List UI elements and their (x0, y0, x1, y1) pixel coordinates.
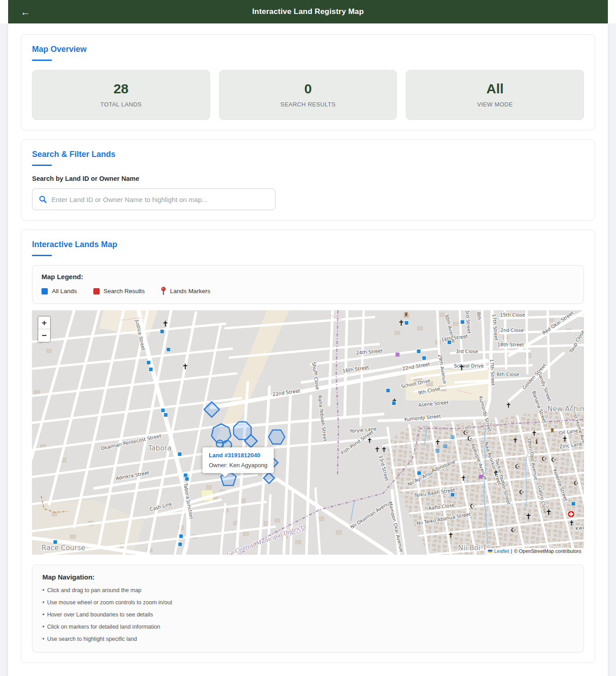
map-navigation-item: •Click and drag to pan around the map (42, 587, 574, 593)
info-icon: ℹ (535, 438, 538, 445)
church-icon: ✝ (458, 363, 464, 372)
land-marker[interactable] (571, 502, 575, 506)
land-marker[interactable] (178, 543, 182, 547)
land-marker[interactable] (451, 493, 455, 497)
land-polygon[interactable] (269, 430, 285, 444)
street-label: 3rd Close (456, 349, 478, 354)
legend-label: All Lands (52, 288, 77, 294)
land-marker[interactable] (405, 321, 409, 325)
church-icon: ✝ (182, 362, 188, 371)
title-underline (32, 60, 52, 61)
map-navigation-list: •Click and drag to pan around the map•Us… (42, 587, 574, 642)
interactive-map-title: Interactive Lands Map (32, 240, 584, 249)
map-pin-icon (161, 287, 166, 295)
street-label: 6th Close (497, 372, 519, 377)
water-icon: ≋ (443, 442, 448, 450)
mosque-icon: ☪ (574, 480, 579, 487)
map-zoom-control: + − (37, 316, 51, 343)
search-results-swatch (93, 288, 100, 294)
land-marker[interactable] (185, 477, 189, 481)
app-header: ← Interactive Land Registry Map (8, 0, 608, 23)
zoom-in-button[interactable]: + (38, 317, 50, 329)
church-icon: ✝ (367, 437, 372, 445)
legend-label: Lands Markers (170, 288, 210, 294)
street-label: 2nd Close (501, 327, 524, 333)
land-marker[interactable] (179, 534, 183, 538)
land-marker[interactable] (149, 368, 153, 372)
search-filter-card: Search & Filter Lands Search by Land ID … (21, 139, 595, 221)
map-navigation-item: •Hover over Land boundaries to see detai… (42, 612, 574, 618)
search-input[interactable] (51, 196, 269, 203)
all-lands-swatch (41, 288, 48, 294)
stat-label: TOTAL LANDS (37, 101, 205, 108)
church-icon: ✝ (512, 437, 518, 445)
church-icon: ✝ (381, 446, 387, 454)
land-marker[interactable] (166, 348, 170, 352)
land-marker[interactable] (422, 356, 426, 360)
land-marker[interactable] (417, 349, 421, 354)
land-marker[interactable] (164, 413, 168, 417)
interactive-lands-map[interactable]: Justice Street22nd Street22nd Street16th… (32, 310, 584, 555)
attribution-separator: | (511, 548, 512, 554)
legend-item-all-lands: All Lands (41, 288, 77, 294)
stat-value: 28 (37, 81, 205, 97)
land-marker[interactable] (161, 409, 165, 413)
ukraine-flag-icon (488, 550, 492, 553)
search-box[interactable] (32, 189, 276, 210)
stat-label: SEARCH RESULTS (224, 101, 392, 108)
content-shell: Map Overview 28 TOTAL LANDS 0 SEARCH RES… (8, 23, 608, 676)
church-icon: ✝ (531, 429, 537, 437)
mosque-icon: ☪ (551, 456, 556, 463)
legend-item-lands-markers: Lands Markers (161, 287, 210, 295)
land-marker[interactable] (417, 471, 421, 475)
map-legend: Map Legend: All Lands Search Results (32, 265, 584, 304)
church-icon: ✝ (506, 401, 511, 409)
land-marker[interactable] (447, 340, 451, 345)
stat-search-results: 0 SEARCH RESULTS (219, 70, 397, 120)
map-attribution: Leaflet | © OpenStreetMap contributors (485, 548, 584, 555)
stat-value: 0 (224, 81, 392, 97)
church-icon: ✝ (562, 435, 568, 443)
stats-row: 28 TOTAL LANDS 0 SEARCH RESULTS All VIEW… (32, 70, 584, 120)
osm-attribution: © OpenStreetMap contributors (514, 548, 581, 554)
land-marker[interactable] (178, 452, 182, 456)
shop-icon: ▦ (478, 474, 483, 479)
church-icon: ✝ (398, 318, 404, 327)
church-icon: ✝ (448, 531, 454, 539)
place-label: New Achim (547, 405, 584, 413)
church-icon: ✝ (162, 319, 168, 328)
stat-view-mode: All VIEW MODE (406, 70, 584, 120)
legend-item-search-results: Search Results (93, 288, 145, 294)
interactive-map-card: Interactive Lands Map Map Legend: All La… (21, 230, 595, 663)
land-marker[interactable] (53, 540, 57, 544)
map-canvas: Justice Street22nd Street22nd Street16th… (32, 310, 584, 555)
map-navigation-title: Map Navigation: (42, 573, 574, 581)
water-icon: ≋ (435, 447, 440, 454)
map-navigation-box: Map Navigation: •Click and drag to pan a… (32, 565, 584, 653)
map-legend-title: Map Legend: (41, 273, 575, 281)
title-underline (32, 165, 52, 166)
page-title: Interactive Land Registry Map (252, 7, 364, 16)
land-tooltip-title: Land #3191812040 (209, 452, 267, 459)
back-arrow-icon[interactable]: ← (21, 7, 30, 17)
shop-icon: ▦ (395, 351, 400, 357)
place-label: Race Course (41, 544, 85, 552)
map-overview-card: Map Overview 28 TOTAL LANDS 0 SEARCH RES… (21, 34, 595, 130)
page: ← Interactive Land Registry Map Map Over… (0, 0, 616, 676)
zoom-out-button[interactable]: − (38, 329, 50, 342)
land-marker[interactable] (392, 401, 396, 405)
land-marker[interactable] (386, 389, 390, 393)
church-icon: ✝ (525, 512, 531, 521)
church-icon: ✝ (435, 438, 441, 446)
map-navigation-item: •Use search to highlight specific land (42, 636, 574, 642)
land-tooltip-owner: Owner: Ken Agyapong (209, 462, 267, 469)
mosque-icon: ☪ (511, 527, 516, 533)
church-icon: ✝ (460, 474, 466, 483)
land-marker[interactable] (460, 320, 464, 324)
land-marker[interactable] (147, 361, 151, 365)
land-marker[interactable] (160, 330, 164, 334)
leaflet-link[interactable]: Leaflet (494, 548, 509, 554)
church-icon: ✝ (545, 508, 552, 517)
search-icon (39, 195, 47, 203)
stat-total-lands: 28 TOTAL LANDS (32, 70, 210, 120)
